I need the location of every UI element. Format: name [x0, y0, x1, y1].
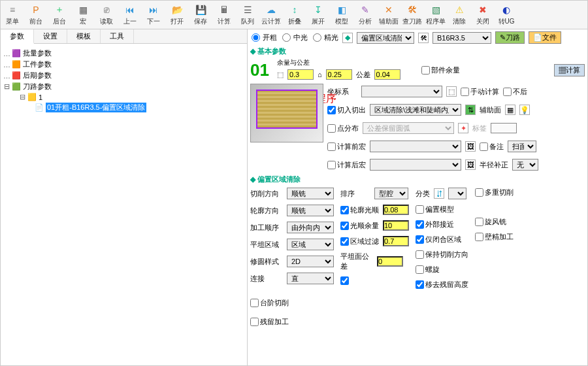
tb-转UG[interactable]: ◐转UG [495, 1, 518, 29]
tree-node[interactable]: ⊟🟨1 [3, 92, 244, 102]
cb-nobh[interactable]: 不后 [503, 87, 527, 97]
postmacro-select[interactable] [370, 159, 461, 171]
tb-展开[interactable]: ↧展开 [306, 1, 330, 29]
cb-gsye[interactable]: 光顺余量 [340, 221, 379, 231]
cb-manual[interactable]: 手动计算 [461, 87, 499, 97]
cb-bcqxfx[interactable]: 保持切削方向 [416, 250, 468, 259]
label: 半径补正 [480, 160, 508, 170]
cb-dc[interactable]: 多重切削 [475, 188, 514, 197]
radio-semi[interactable]: 中光 [281, 33, 308, 42]
cb-premacro[interactable]: 计算前宏 [327, 142, 366, 152]
img-icon2[interactable]: 🖼 [465, 159, 476, 170]
tb-下一[interactable]: ⏭下一 [142, 1, 165, 29]
color-icon[interactable]: ✦ [458, 123, 468, 133]
cb-xjg[interactable] [340, 276, 350, 285]
round-select[interactable]: 2D [287, 256, 334, 267]
radio-finish[interactable]: 精光 [312, 33, 338, 42]
toolbar-label: 计算 [218, 17, 231, 26]
toolbar-icon: 💾 [194, 3, 207, 16]
apply-icon[interactable]: ⇅ [465, 105, 476, 115]
tab-params[interactable]: 参数 [1, 29, 34, 44]
tb-后台[interactable]: ＋后台 [48, 1, 71, 29]
cb-part-allow[interactable]: 部件余量 [421, 65, 460, 75]
tb-菜单[interactable]: ≡菜单 [1, 1, 24, 29]
tb-分析[interactable]: ✎分析 [353, 1, 377, 29]
tree-node-selected[interactable]: 📄01开粗-B16R3.5-偏置区域清除 [3, 102, 244, 113]
aux-icon[interactable]: ▦ [505, 105, 515, 115]
tool-select[interactable]: B16R3.5 [433, 32, 491, 44]
tb-队列[interactable]: ☰队列 [236, 1, 259, 29]
class-icon[interactable]: ⮃ [434, 188, 444, 199]
tree-node[interactable]: ⊟🟩刀路参数 [3, 81, 244, 92]
cb-ptdist[interactable]: 点分布 [327, 124, 359, 133]
cb-pzmx[interactable]: 偏置模型 [416, 205, 454, 214]
tb-查刀路[interactable]: 🛠查刀路 [400, 1, 424, 29]
cb-note[interactable]: 备注 [480, 142, 504, 152]
radcmp-select[interactable]: 无 [512, 159, 538, 171]
profdir-select[interactable]: 顺铣 [287, 205, 334, 216]
flat-select[interactable]: 区域 [287, 239, 334, 250]
class-select[interactable] [448, 188, 466, 199]
sort-select[interactable]: 型腔 [374, 188, 408, 199]
qygl-input[interactable] [383, 236, 409, 246]
premacro-select[interactable] [370, 141, 461, 152]
section-offset: ◆偏置区域清除 [250, 175, 585, 184]
tab-tools[interactable]: 工具 [101, 29, 134, 43]
toolbar-icon: ▧ [429, 3, 442, 16]
tb-上一[interactable]: ⏮上一 [118, 1, 142, 29]
tb-程序单[interactable]: ▧程序单 [424, 1, 448, 29]
leadin-select[interactable]: 区域清除\浅滩和陡峭内定 [370, 104, 461, 116]
note-select[interactable]: 扫面 [508, 141, 536, 152]
img-icon[interactable]: 🖼 [465, 141, 476, 152]
tb-保存[interactable]: 💾保存 [189, 1, 212, 29]
allowance2-input[interactable] [326, 69, 352, 80]
toolbar-icon: ◧ [335, 3, 348, 16]
tb-辅助面[interactable]: ✕辅助面 [377, 1, 400, 29]
smooth-input[interactable] [383, 205, 409, 215]
tb-清除[interactable]: ⚠清除 [448, 1, 471, 29]
cb-wbjj[interactable]: 外部接近 [416, 220, 454, 229]
tb-读取[interactable]: ⎚读取 [95, 1, 118, 29]
allowance1-input[interactable] [287, 69, 314, 80]
cb-smooth[interactable]: 轮廓光顺 [340, 205, 379, 215]
cb-xf[interactable]: 旋风铣 [475, 217, 506, 227]
tb-折叠[interactable]: ↕折叠 [283, 1, 306, 29]
tb-前台[interactable]: P前台 [24, 1, 48, 29]
cb-bjjg[interactable]: 壁精加工 [475, 232, 514, 242]
tree-node[interactable]: …🟧工件参数 [3, 59, 244, 70]
tb-模型[interactable]: ◧模型 [330, 1, 353, 29]
cb-yqcg[interactable]: 移去残留高度 [416, 280, 468, 290]
tree-node[interactable]: …🟪批量参数 [3, 48, 244, 59]
strategy-select[interactable]: 偏置区域清除 [357, 32, 414, 44]
cb-lx[interactable]: 螺旋 [416, 265, 440, 274]
tab-template[interactable]: 模板 [67, 29, 101, 43]
toolbar-icon: ≡ [6, 3, 19, 16]
coord-select[interactable] [361, 86, 442, 97]
pick-icon[interactable]: ⬚ [446, 86, 457, 97]
tb-计算[interactable]: 🖩计算 [212, 1, 236, 29]
tab-settings[interactable]: 设置 [34, 29, 67, 43]
cb-postmacro[interactable]: 计算后宏 [327, 160, 366, 170]
cutdir-select[interactable]: 顺铣 [287, 188, 334, 199]
cb-qygl[interactable]: 区域过滤 [340, 237, 379, 246]
gsye-input[interactable] [383, 220, 409, 231]
idea-icon[interactable]: 💡 [519, 105, 530, 115]
cb-cljg[interactable]: 残留加工 [250, 317, 289, 327]
tolerance-input[interactable] [374, 69, 400, 80]
cb-jbhqy[interactable]: 仅闭合区域 [416, 235, 461, 244]
tool-icon: 🛠 [418, 33, 429, 43]
toolpath-button[interactable]: ✎刀路 [495, 31, 525, 44]
tree-node[interactable]: …🟥后期参数 [3, 70, 244, 81]
order-select[interactable]: 由外向内 [287, 222, 334, 233]
ptgc-input[interactable] [377, 256, 403, 267]
cb-tjqx[interactable]: 台阶切削 [250, 298, 289, 308]
calc-btn[interactable]: ▦计算 [554, 64, 585, 76]
radio-rough[interactable]: 开粗 [250, 33, 277, 42]
tb-云计算[interactable]: ☁云计算 [259, 1, 283, 29]
cb-leadin[interactable]: 切入切出 [327, 105, 366, 115]
link-select[interactable]: 直 [287, 273, 334, 284]
tb-打开[interactable]: 📂打开 [165, 1, 189, 29]
file-button[interactable]: 📄文件 [529, 31, 561, 44]
tb-宏[interactable]: ▦宏 [71, 1, 95, 29]
tb-关闭[interactable]: ✖关闭 [471, 1, 495, 29]
